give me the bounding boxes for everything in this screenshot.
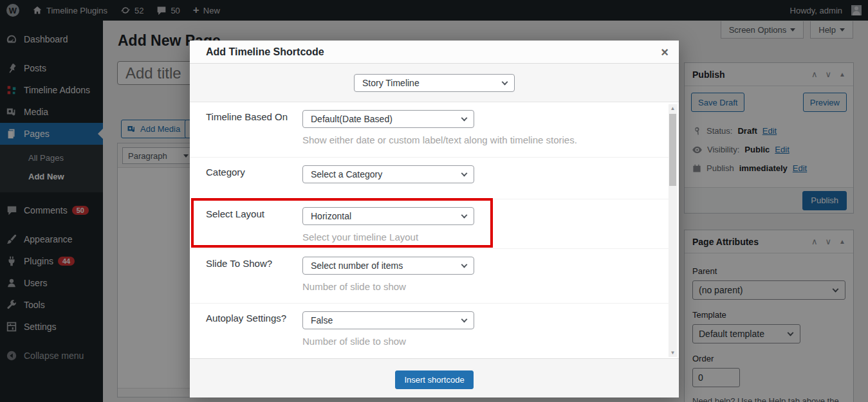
insert-shortcode-button[interactable]: Insert shortcode	[395, 370, 473, 389]
field-help: Number of slide to show	[302, 336, 406, 347]
scroll-up-icon[interactable]: ▲	[669, 104, 677, 113]
select-value: False	[311, 315, 333, 325]
close-icon[interactable]: ×	[661, 46, 669, 59]
field-help: Show either date or custom label/text al…	[302, 134, 577, 145]
select-value: Horizontal	[311, 211, 351, 221]
select-value: Select a Category	[311, 169, 382, 179]
field-row-category: Category Select a Category	[190, 158, 669, 199]
chevron-down-icon	[461, 212, 468, 219]
layout-select[interactable]: Horizontal	[302, 207, 474, 225]
chevron-down-icon	[461, 170, 468, 177]
field-row-select-layout: Select Layout Horizontal Select your tim…	[190, 199, 669, 249]
chevron-down-icon	[461, 115, 468, 122]
timeline-type-value: Story Timeline	[362, 78, 420, 88]
field-label: Category	[206, 167, 299, 178]
chevron-down-icon	[502, 79, 508, 86]
chevron-down-icon	[461, 262, 468, 268]
field-label: Slide To Show?	[206, 258, 299, 269]
autoplay-settings-select[interactable]: False	[302, 311, 474, 329]
select-value: Select number of items	[311, 260, 403, 271]
timeline-type-select[interactable]: Story Timeline	[354, 74, 515, 92]
slide-to-show-select[interactable]: Select number of items	[302, 257, 474, 275]
field-label: Autoplay Settings?	[206, 313, 299, 324]
field-label: Select Layout	[206, 208, 299, 219]
chevron-down-icon	[461, 316, 468, 323]
field-row-timeline-based-on: Timeline Based On Default(Date Based) Sh…	[190, 102, 669, 158]
scroll-down-icon[interactable]: ▼	[669, 349, 677, 357]
timeline-type-section: Story Timeline	[190, 64, 679, 102]
field-label: Timeline Based On	[206, 111, 299, 122]
timeline-based-on-select[interactable]: Default(Date Based)	[302, 110, 474, 128]
modal-scrollbar[interactable]: ▲ ▼	[669, 104, 677, 357]
field-row-slide-to-show: Slide To Show? Select number of items Nu…	[190, 249, 669, 304]
select-value: Default(Date Based)	[311, 114, 392, 124]
field-help: Select your timeline Layout	[302, 232, 418, 242]
category-select[interactable]: Select a Category	[302, 165, 474, 183]
modal-title: Add Timeline Shortcode	[206, 46, 324, 58]
field-row-autoplay-settings: Autoplay Settings? False Number of slide…	[190, 304, 669, 358]
field-help: Number of slide to show	[302, 281, 406, 292]
add-timeline-shortcode-modal: Add Timeline Shortcode × Story Timeline …	[190, 41, 679, 397]
wordpress-admin: W Timeline Plugins 52 50 + New Howdy	[0, 0, 868, 402]
scrollbar-thumb[interactable]	[669, 114, 676, 186]
